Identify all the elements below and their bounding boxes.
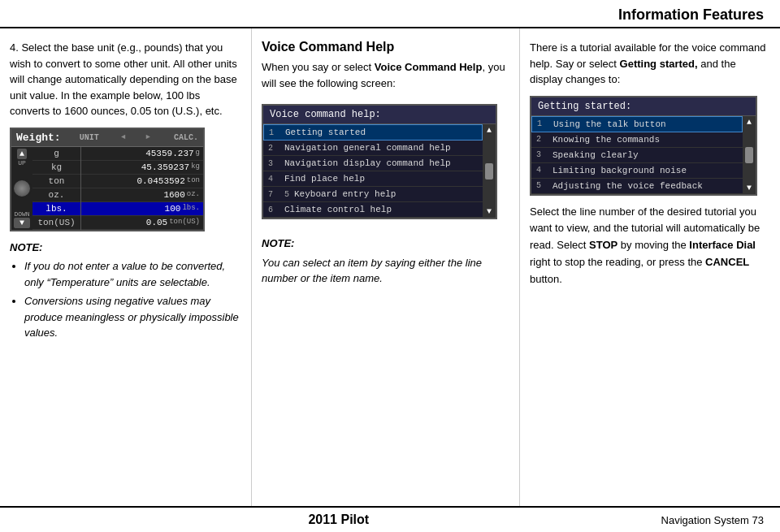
getting-item-4[interactable]: 4 Limiting background noise	[531, 163, 743, 179]
up-label: ▲ UP	[17, 149, 27, 167]
voice-item-5-text: Keyboard entry help	[294, 189, 396, 199]
getting-screen-body: 1 Using the talk button 2 Knowing the co…	[531, 116, 756, 194]
footer-right: Navigation System 73	[661, 514, 764, 526]
col3-intro: There is a tutorial available for the vo…	[530, 40, 770, 88]
getting-scroll-thumb	[745, 147, 753, 163]
voice-title-bar: Voice command help:	[263, 106, 496, 124]
weight-label: Weight:	[16, 132, 61, 144]
getting-scroll-down[interactable]: ▼	[747, 184, 752, 192]
down-text: DOWN	[14, 210, 29, 218]
val-ton: 0.0453592ton	[81, 175, 203, 188]
val-oz: 1600oz.	[81, 188, 203, 202]
col2-intro: When you say or select Voice Command Hel…	[262, 59, 509, 91]
getting-item-3[interactable]: 3 Speaking clearly	[531, 148, 743, 163]
voice-item-5-num: 7	[268, 190, 280, 199]
getting-scrollbar[interactable]: ▲ ▼	[743, 116, 756, 194]
calc-label: CALC.	[174, 133, 198, 142]
unit-ton[interactable]: ton	[32, 175, 80, 188]
voice-screen: Voice command help: 1 Getting started 2 …	[262, 104, 497, 219]
getting-item-3-text: Speaking clearly	[552, 150, 639, 160]
up-arrow[interactable]: ▲	[17, 149, 27, 159]
getting-item-5-text: Adjusting the voice feedback	[552, 181, 703, 191]
col3-body: Select the line number of the desired tu…	[530, 204, 770, 288]
interface-dial-label: Interface Dial	[689, 239, 756, 251]
weight-units: g kg ton oz. lbs. ton(US)	[32, 147, 81, 230]
getting-item-1[interactable]: 1 Using the talk button	[531, 116, 743, 132]
page: Information Features 4. Select the base …	[0, 0, 780, 532]
up-text: UP	[17, 159, 27, 167]
note-item-2: Conversions using negative values may pr…	[24, 293, 241, 341]
val-kg: 45.359237kg	[81, 161, 203, 175]
page-title: Information Features	[618, 6, 764, 23]
weight-screen: Weight: UNIT ◄ ► CALC. ▲ UP	[10, 128, 205, 231]
arrow-left-icon: ◄	[121, 133, 125, 141]
getting-items: 1 Using the talk button 2 Knowing the co…	[531, 116, 743, 194]
getting-scroll-up[interactable]: ▲	[747, 118, 752, 127]
getting-screen: Getting started: 1 Using the talk button…	[530, 96, 757, 196]
voice-item-6-text: Climate control help	[284, 205, 392, 214]
voice-scrollbar[interactable]: ▲ ▼	[483, 124, 496, 218]
voice-item-4[interactable]: 4 Find place help	[263, 171, 483, 187]
voice-item-3[interactable]: 3 Navigation display command help	[263, 156, 483, 171]
column-1: 4. Select the base unit (e.g., pounds) t…	[0, 28, 252, 506]
note-item-1: If you do not enter a value to be conver…	[24, 258, 241, 290]
voice-item-6[interactable]: 6 Climate control help	[263, 202, 483, 218]
note-title: NOTE:	[10, 240, 241, 256]
col3-body-text2: by moving the	[618, 239, 689, 251]
main-content: 4. Select the base unit (e.g., pounds) t…	[0, 28, 780, 506]
voice-item-5[interactable]: 7 5 Keyboard entry help	[263, 187, 483, 202]
unit-tonus[interactable]: ton(US)	[32, 216, 80, 230]
col2-note-body: You can select an item by saying either …	[262, 255, 509, 287]
unit-label: UNIT	[80, 133, 99, 142]
voice-item-2-text: Navigation general command help	[284, 143, 451, 153]
voice-item-2[interactable]: 2 Navigation general command help	[263, 141, 483, 156]
page-footer: 2011 Pilot Navigation System 73	[0, 506, 780, 532]
voice-item-1-text: Getting started	[285, 128, 366, 137]
getting-item-5[interactable]: 5 Adjusting the voice feedback	[531, 179, 743, 194]
col3-intro-bold: Getting started,	[620, 58, 698, 70]
unit-lbs[interactable]: lbs.	[32, 202, 80, 216]
unit-oz[interactable]: oz.	[32, 188, 80, 202]
voice-items: 1 Getting started 2 Navigation general c…	[263, 124, 483, 218]
unit-kg[interactable]: kg	[32, 161, 80, 175]
side-controls: ▲ UP DOWN ▼	[11, 147, 32, 230]
col1-intro: 4. Select the base unit (e.g., pounds) t…	[10, 40, 241, 119]
column-2: Voice Command Help When you say or selec…	[252, 28, 520, 506]
stop-label: STOP	[589, 239, 618, 251]
col1-note: NOTE: If you do not enter a value to be …	[10, 240, 241, 341]
col2-intro-text1: When you say or select	[262, 61, 375, 73]
scroll-thumb	[485, 163, 493, 179]
voice-item-5-num2: 5	[284, 190, 289, 199]
footer-center: 2011 Pilot	[308, 513, 369, 527]
weight-body: ▲ UP DOWN ▼ g kg ton oz.	[11, 147, 203, 230]
val-tonus: 0.05ton(US)	[81, 216, 203, 230]
voice-screen-body: 1 Getting started 2 Navigation general c…	[263, 124, 496, 218]
voice-item-1[interactable]: 1 Getting started	[263, 124, 483, 141]
weight-title-bar: Weight: UNIT ◄ ► CALC.	[11, 129, 203, 147]
scroll-up-arrow[interactable]: ▲	[487, 126, 492, 135]
col3-body-text3: right to stop the reading, or press the	[530, 256, 705, 268]
col3-body-text4: button.	[530, 273, 562, 285]
getting-title-bar: Getting started:	[531, 97, 756, 116]
dial-control[interactable]	[12, 179, 32, 198]
voice-item-4-text: Find place help	[284, 174, 365, 184]
down-label: DOWN ▼	[14, 210, 29, 228]
getting-item-1-text: Using the talk button	[553, 119, 666, 129]
val-g: 45359.237g	[81, 147, 203, 161]
section-title-voice: Voice Command Help	[262, 40, 509, 54]
page-header: Information Features	[0, 0, 780, 28]
getting-item-4-text: Limiting background noise	[552, 166, 687, 175]
cancel-label: CANCEL	[705, 256, 749, 268]
unit-g[interactable]: g	[32, 147, 80, 161]
getting-item-2[interactable]: 2 Knowing the commands	[531, 132, 743, 148]
col2-intro-bold: Voice Command Help	[375, 61, 483, 73]
getting-item-2-text: Knowing the commands	[552, 135, 660, 145]
val-lbs: 100lbs.	[81, 202, 203, 216]
arrow-right-icon: ►	[145, 133, 150, 141]
weight-values: 45359.237g 45.359237kg 0.0453592ton 1600…	[81, 147, 203, 230]
voice-item-3-text: Navigation display command help	[284, 158, 451, 168]
down-arrow[interactable]: ▼	[14, 218, 29, 228]
note-list: If you do not enter a value to be conver…	[10, 258, 241, 341]
scroll-down-arrow[interactable]: ▼	[487, 207, 492, 216]
col2-note-title: NOTE:	[262, 236, 509, 252]
